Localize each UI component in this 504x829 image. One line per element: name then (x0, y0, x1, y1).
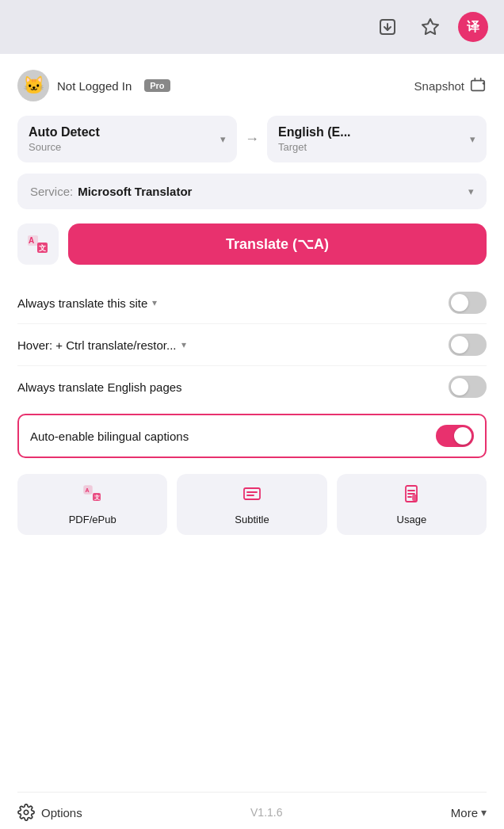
translate-row: A 文 Translate (⌥A) (17, 223, 487, 265)
translate-button-label: Translate (⌥A) (226, 235, 329, 253)
more-button[interactable]: More ▾ (451, 806, 487, 819)
snapshot-icon (469, 77, 487, 94)
user-info: 🐱 Not Logged In Pro (17, 70, 170, 101)
bilingual-captions-label: Auto-enable bilingual captions (30, 430, 189, 443)
target-language-button[interactable]: English (E... Target ▾ (267, 116, 487, 162)
version-label: V1.1.6 (250, 806, 282, 819)
svg-rect-23 (413, 495, 417, 500)
usage-button[interactable]: Usage (337, 474, 487, 535)
language-arrow-icon: → (245, 131, 259, 147)
subtitle-icon (242, 483, 262, 509)
always-translate-site-toggle[interactable] (449, 292, 487, 314)
svg-text:A: A (29, 236, 34, 245)
translate-button[interactable]: Translate (⌥A) (68, 223, 487, 265)
main-panel: 🐱 Not Logged In Pro Snapshot Auto Detect… (0, 54, 504, 829)
target-language-main: English (E... (278, 125, 351, 139)
svg-text:文: 文 (94, 494, 99, 500)
pdf-epub-label: PDF/ePub (69, 514, 116, 525)
service-chevron-icon: ▾ (468, 185, 474, 197)
svg-rect-16 (244, 488, 260, 499)
pro-badge: Pro (144, 79, 170, 92)
always-translate-site-chevron: ▾ (152, 297, 157, 308)
svg-text:文: 文 (39, 244, 46, 252)
usage-icon (401, 483, 422, 509)
always-translate-english-row: Always translate English pages (17, 366, 487, 407)
snapshot-label: Snapshot (414, 79, 464, 93)
svg-rect-3 (472, 81, 485, 91)
svg-marker-2 (422, 19, 438, 34)
pdf-epub-button[interactable]: A 文 PDF/ePub (17, 474, 167, 535)
options-label: Options (41, 806, 82, 819)
subtitle-button[interactable]: Subtitle (177, 474, 326, 535)
pdf-icon: A 文 (82, 483, 103, 509)
bilingual-captions-row: Auto-enable bilingual captions (17, 414, 487, 458)
translate-active-icon[interactable]: 译 (458, 12, 488, 42)
source-language-sub: Source (29, 141, 100, 153)
always-translate-english-toggle[interactable] (449, 376, 487, 398)
top-bar: 译 (0, 0, 504, 54)
not-logged-in-label: Not Logged In (57, 79, 132, 93)
star-icon[interactable] (415, 12, 445, 42)
avatar: 🐱 (17, 70, 49, 101)
hover-translate-row: Hover: + Ctrl translate/restor... ▾ (17, 324, 487, 366)
always-translate-english-label: Always translate English pages (17, 380, 182, 394)
snapshot-button[interactable]: Snapshot (414, 77, 487, 94)
bilingual-captions-toggle[interactable] (436, 425, 474, 447)
target-language-sub: Target (278, 141, 351, 153)
always-translate-site-row: Always translate this site ▾ (17, 282, 487, 324)
service-label: Service: (30, 185, 73, 198)
target-chevron-icon: ▾ (470, 133, 475, 145)
source-language-main: Auto Detect (29, 125, 100, 139)
hover-translate-label: Hover: + Ctrl translate/restor... ▾ (17, 338, 186, 352)
translate-mode-icon-button[interactable]: A 文 (17, 223, 59, 265)
usage-label: Usage (397, 514, 427, 525)
source-language-button[interactable]: Auto Detect Source ▾ (17, 116, 237, 162)
footer-row: Options V1.1.6 More ▾ (17, 792, 487, 829)
svg-point-24 (24, 810, 29, 815)
translate-mode-icon: A 文 (26, 232, 50, 256)
hover-translate-chevron: ▾ (181, 339, 186, 350)
subtitle-label: Subtitle (235, 514, 269, 525)
service-value: Microsoft Translator (78, 185, 192, 198)
language-row: Auto Detect Source ▾ → English (E... Tar… (17, 116, 487, 162)
hover-translate-toggle[interactable] (449, 334, 487, 356)
toggle-section: Always translate this site ▾ Hover: + Ct… (17, 282, 487, 407)
source-chevron-icon: ▾ (220, 133, 226, 145)
options-button[interactable]: Options (17, 804, 82, 821)
more-label: More (451, 806, 478, 819)
always-translate-site-label: Always translate this site ▾ (17, 296, 157, 310)
quick-access-row: A 文 PDF/ePub Subtitle (17, 474, 487, 535)
svg-text:A: A (85, 487, 89, 493)
header-row: 🐱 Not Logged In Pro Snapshot (17, 70, 487, 101)
download-icon[interactable] (372, 12, 403, 42)
more-chevron-icon: ▾ (481, 806, 487, 819)
service-selector[interactable]: Service: Microsoft Translator ▾ (17, 174, 487, 209)
settings-icon (17, 804, 35, 821)
